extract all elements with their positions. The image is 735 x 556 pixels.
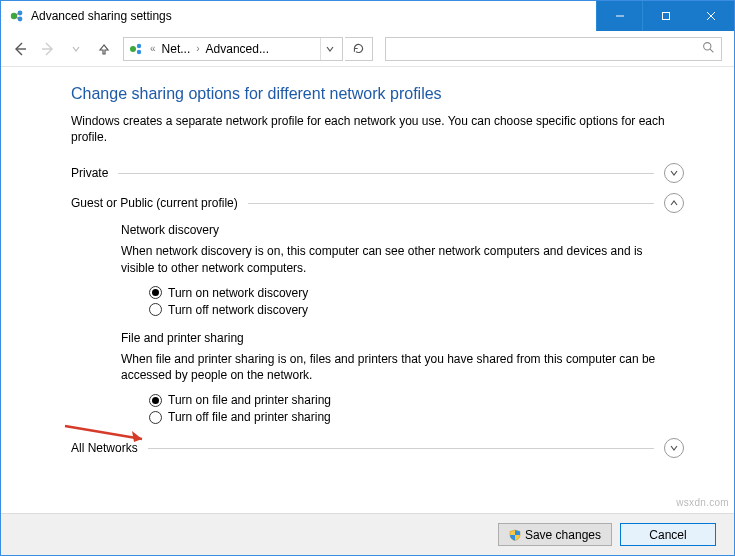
section-label: Guest or Public (current profile) — [71, 196, 238, 210]
watermark: wsxdn.com — [676, 497, 729, 508]
radio-group-network-discovery: Turn on network discovery Turn off netwo… — [149, 286, 684, 317]
subsection-network-discovery-desc: When network discovery is on, this compu… — [121, 243, 674, 275]
radio-icon — [149, 411, 162, 424]
svg-point-0 — [11, 13, 17, 19]
expand-icon[interactable] — [664, 438, 684, 458]
svg-point-11 — [130, 46, 136, 52]
section-label: Private — [71, 166, 108, 180]
page-description: Windows creates a separate network profi… — [71, 113, 684, 145]
button-label: Save changes — [525, 528, 601, 542]
divider — [118, 173, 654, 174]
shield-icon — [509, 529, 521, 541]
subsection-file-printer-title: File and printer sharing — [121, 331, 684, 345]
section-private[interactable]: Private — [71, 163, 684, 183]
radio-turn-off-network-discovery[interactable]: Turn off network discovery — [149, 303, 684, 317]
breadcrumb-item[interactable]: Advanced... — [206, 42, 269, 56]
button-label: Cancel — [649, 528, 686, 542]
svg-point-12 — [137, 43, 141, 47]
breadcrumb-icon — [128, 41, 144, 57]
radio-label: Turn off network discovery — [168, 303, 308, 317]
window-close-button[interactable] — [688, 1, 734, 31]
radio-turn-on-network-discovery[interactable]: Turn on network discovery — [149, 286, 684, 300]
nav-recent-dropdown[interactable] — [63, 36, 89, 62]
radio-icon — [149, 286, 162, 299]
radio-label: Turn on network discovery — [168, 286, 308, 300]
subsection-file-printer-desc: When file and printer sharing is on, fil… — [121, 351, 674, 383]
app-icon — [9, 8, 25, 24]
svg-rect-6 — [662, 13, 669, 20]
radio-icon — [149, 303, 162, 316]
radio-label: Turn off file and printer sharing — [168, 410, 331, 424]
page-title: Change sharing options for different net… — [71, 85, 684, 103]
section-guest-public[interactable]: Guest or Public (current profile) — [71, 193, 684, 213]
expand-icon[interactable] — [664, 163, 684, 183]
svg-point-13 — [137, 49, 141, 53]
breadcrumb-item[interactable]: Net... — [162, 42, 191, 56]
chevron-right-icon: › — [194, 43, 201, 54]
section-label: All Networks — [71, 441, 138, 455]
search-input[interactable] — [385, 37, 722, 61]
radio-label: Turn on file and printer sharing — [168, 393, 331, 407]
navbar: « Net... › Advanced... — [1, 31, 734, 67]
search-icon — [702, 41, 715, 57]
radio-icon — [149, 394, 162, 407]
radio-turn-on-file-printer-sharing[interactable]: Turn on file and printer sharing — [149, 393, 684, 407]
breadcrumb-sep-icon: « — [148, 43, 158, 54]
breadcrumb[interactable]: « Net... › Advanced... — [123, 37, 343, 61]
subsection-network-discovery-title: Network discovery — [121, 223, 684, 237]
titlebar: Advanced sharing settings — [1, 1, 734, 31]
cancel-button[interactable]: Cancel — [620, 523, 716, 546]
content-area: Change sharing options for different net… — [1, 67, 734, 513]
window-maximize-button[interactable] — [642, 1, 688, 31]
nav-back-button[interactable] — [7, 36, 33, 62]
divider — [248, 203, 654, 204]
svg-line-15 — [710, 49, 713, 52]
radio-turn-off-file-printer-sharing[interactable]: Turn off file and printer sharing — [149, 410, 684, 424]
collapse-icon[interactable] — [664, 193, 684, 213]
save-changes-button[interactable]: Save changes — [498, 523, 612, 546]
divider — [148, 448, 654, 449]
nav-forward-button[interactable] — [35, 36, 61, 62]
radio-group-file-printer: Turn on file and printer sharing Turn of… — [149, 393, 684, 424]
nav-up-button[interactable] — [91, 36, 117, 62]
window-title: Advanced sharing settings — [31, 9, 596, 23]
refresh-button[interactable] — [345, 37, 373, 61]
svg-point-14 — [704, 42, 711, 49]
footer: Save changes Cancel — [1, 513, 734, 555]
window-minimize-button[interactable] — [596, 1, 642, 31]
section-all-networks[interactable]: All Networks — [71, 438, 684, 458]
breadcrumb-dropdown[interactable] — [320, 38, 338, 60]
